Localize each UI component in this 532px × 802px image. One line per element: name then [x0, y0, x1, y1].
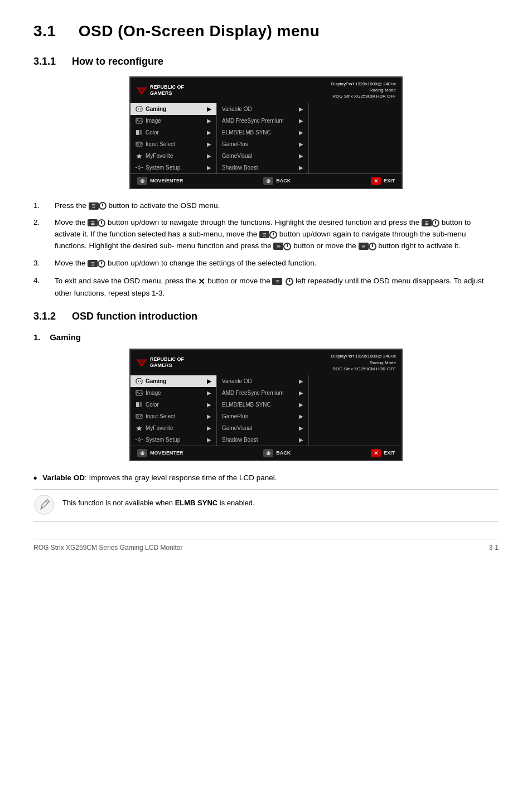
- osd-menu-item-system: System Setup ▶: [130, 162, 216, 173]
- osd-submenu-gameplus-2: GamePlus▶: [217, 410, 308, 422]
- note-text: This function is not available when ELMB…: [62, 494, 255, 509]
- svg-point-29: [138, 438, 141, 441]
- osd-body-2: Gaming ▶ Image ▶ Color ▶: [130, 375, 402, 446]
- svg-rect-5: [136, 130, 139, 135]
- osd-submenu-shadow-boost-2: Shadow Boost▶: [217, 434, 308, 446]
- gaming-bullet-list: • Variable OD: Improves the gray level r…: [33, 472, 499, 484]
- bullet-dot: •: [33, 473, 37, 484]
- osd-panel-1: REPUBLIC OF GAMERS DisplayPort 1920x1080…: [129, 76, 403, 189]
- settings-icon-2: [136, 437, 143, 443]
- rog-logo-icon-2: [136, 358, 147, 367]
- osd-move-enter-btn: ⊕ MOVE/ENTER: [137, 177, 183, 185]
- menu-button-inline-1: [89, 202, 107, 210]
- menu-icon-2e: [359, 243, 369, 250]
- page-footer: ROG Strix XG259CM Series Gaming LCD Moni…: [33, 539, 499, 552]
- settings-icon: [136, 165, 143, 171]
- osd-menu-item-image-2: Image ▶: [130, 387, 216, 399]
- osd-menu-item-image: Image ▶: [130, 115, 216, 127]
- menu-icon-1: [89, 202, 99, 210]
- svg-rect-22: [136, 402, 139, 407]
- svg-rect-23: [139, 402, 142, 407]
- osd-footer: ⊕ MOVE/ENTER ⊕ BACK ✕ EXIT: [130, 173, 402, 188]
- dial-icon-2d: [283, 243, 291, 250]
- osd-submenu-column-2: Variable OD▶ AMD FreeSync Premium▶ ELMB/…: [217, 375, 309, 446]
- gaming-subsection-label: 1. Gaming: [33, 332, 499, 342]
- dial-icon-4: [286, 278, 293, 286]
- menu-icon-4: [272, 278, 282, 285]
- osd-menu-item-color-2: Color ▶: [130, 399, 216, 410]
- dial-icon-2e: [369, 243, 376, 250]
- osd-footer-2: ⊕ MOVE/ENTER ⊕ BACK ✕ EXIT: [130, 446, 402, 460]
- image-icon: [136, 118, 143, 124]
- osd-submenu-gamevisual-2: GameVisual▶: [217, 422, 308, 434]
- menu-icon-2d: [273, 243, 283, 250]
- menu-button-inline-2a: [88, 219, 105, 227]
- star-icon: [136, 153, 143, 159]
- osd-submenu-column: Variable OD▶ AMD FreeSync Premium▶ ELMB/…: [217, 103, 309, 173]
- instruction-3: 3. Move the button up/down to change the…: [33, 258, 499, 269]
- dial-icon-2a: [98, 219, 105, 227]
- svg-marker-28: [136, 426, 142, 431]
- dial-icon-2c: [269, 231, 277, 239]
- osd-submenu-gamevisual: GameVisual▶: [217, 150, 308, 162]
- color-icon-2: [136, 402, 143, 408]
- osd-menu-column-2: Gaming ▶ Image ▶ Color ▶: [130, 375, 217, 446]
- elmb-sync-bold: ELMB SYNC: [175, 499, 218, 507]
- osd-back-btn-2: ⊕ BACK: [263, 449, 291, 457]
- instructions-list: 1. Press the button to activate the OSD …: [33, 200, 499, 300]
- svg-point-19: [140, 380, 141, 381]
- svg-rect-6: [139, 130, 142, 135]
- osd-detail-column-2: [309, 375, 402, 446]
- osd-submenu-elmb-2: ELMB/ELMB SYNC▶: [217, 399, 308, 410]
- osd-info-2: DisplayPort 1920x1080@ 240Hz Racing Mode…: [331, 353, 396, 372]
- main-title: 3.1 OSD (On-Screen Display) menu: [33, 22, 499, 40]
- menu-button-inline-4: [272, 278, 282, 285]
- osd-menu-item-input: Input Select ▶: [130, 138, 216, 150]
- pencil-icon: [33, 494, 55, 515]
- svg-rect-3: [136, 118, 142, 123]
- osd-submenu-amd-freesync: AMD FreeSync Premium▶: [217, 115, 308, 127]
- osd-menu-column: Gaming ▶ Image ▶ Color ▶: [130, 103, 217, 173]
- menu-icon-2a: [88, 219, 98, 226]
- star-icon-2: [136, 425, 143, 431]
- osd-top-bar-2: REPUBLIC OF GAMERS DisplayPort 1920x1080…: [130, 350, 402, 375]
- section-3-1-2-title: 3.1.2 OSD function introduction: [33, 311, 499, 322]
- menu-button-inline-2c: [259, 231, 277, 239]
- osd-exit-btn-2: ✕ EXIT: [371, 449, 395, 457]
- osd-logo-2: REPUBLIC OF GAMERS: [136, 356, 184, 369]
- x-icon-inline: ✕: [198, 275, 205, 288]
- osd-detail-column: [309, 103, 402, 173]
- variable-od-text: : Improves the gray level response time …: [85, 474, 277, 482]
- svg-point-2: [140, 108, 141, 109]
- svg-point-8: [137, 143, 139, 145]
- dial-icon-3: [98, 260, 105, 268]
- osd-submenu-shadow-boost: Shadow Boost▶: [217, 162, 308, 173]
- color-icon: [136, 129, 143, 136]
- instruction-1: 1. Press the button to activate the OSD …: [33, 200, 499, 212]
- instruction-4: 4. To exit and save the OSD menu, press …: [33, 275, 499, 299]
- menu-button-inline-2d: [273, 243, 291, 250]
- osd-info: DisplayPort 1920x1080@ 240Hz Racing Mode…: [331, 81, 396, 100]
- dial-icon-1: [99, 202, 107, 210]
- input-icon-2: [136, 413, 143, 419]
- osd-menu-item-color: Color ▶: [130, 127, 216, 138]
- osd-submenu-amd-freesync-2: AMD FreeSync Premium▶: [217, 387, 308, 399]
- osd-menu-item-input-2: Input Select ▶: [130, 410, 216, 422]
- svg-point-25: [137, 416, 139, 417]
- osd-back-btn: ⊕ BACK: [263, 177, 291, 185]
- osd-submenu-gameplus: GamePlus▶: [217, 138, 308, 150]
- osd-submenu-variable-od: Variable OD▶: [217, 103, 308, 115]
- osd-panel-2: REPUBLIC OF GAMERS DisplayPort 1920x1080…: [129, 349, 403, 461]
- section-3-1-1-title: 3.1.1 How to reconfigure: [33, 56, 499, 67]
- footer-left: ROG Strix XG259CM Series Gaming LCD Moni…: [33, 544, 182, 552]
- menu-button-inline-3: [88, 260, 105, 268]
- osd-menu-item-myfavorite: MyFavorite ▶: [130, 150, 216, 162]
- menu-icon-3: [88, 260, 98, 267]
- gaming-bullet-item: • Variable OD: Improves the gray level r…: [33, 472, 499, 484]
- menu-button-inline-2e: [359, 243, 376, 250]
- osd-submenu-elmb: ELMB/ELMB SYNC▶: [217, 127, 308, 138]
- osd-logo-text: REPUBLIC OF GAMERS: [150, 84, 184, 96]
- note-icon: [33, 494, 56, 517]
- menu-icon-2b: [422, 219, 432, 226]
- osd-move-enter-btn-2: ⊕ MOVE/ENTER: [137, 449, 183, 457]
